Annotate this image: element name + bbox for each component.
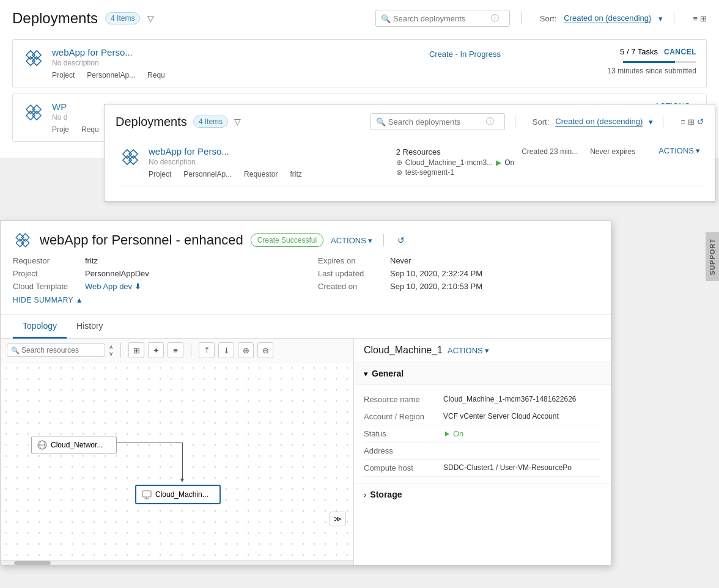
- mid-deployment-row: webApp for Perso... No description Proje…: [116, 139, 704, 186]
- mid-filter-icon[interactable]: ▽: [234, 117, 241, 127]
- mid-expires-text: Never expires: [590, 147, 651, 156]
- machine-node-icon: [141, 489, 152, 500]
- bg-search-container[interactable]: 🔍 ⓘ: [375, 10, 510, 27]
- sort-up-icon[interactable]: ∧: [109, 344, 113, 350]
- mid-sort-value[interactable]: Created on (descending): [555, 117, 643, 127]
- card1-cancel-button[interactable]: CANCEL: [664, 48, 696, 56]
- list-layout-button[interactable]: ≡: [168, 342, 183, 358]
- mid-refresh-icon[interactable]: ↺: [697, 117, 704, 127]
- account-value: VCF vCenter Server Cloud Account: [443, 412, 601, 421]
- mid-sort-chevron-icon[interactable]: ▾: [649, 117, 653, 127]
- svg-rect-0: [26, 51, 35, 59]
- mid-search-input[interactable]: [388, 117, 486, 127]
- topology-search-icon: 🔍: [11, 347, 20, 355]
- mid-project-value: PersonnelAp...: [183, 170, 232, 178]
- mid-search-icon: 🔍: [376, 117, 386, 127]
- support-tab[interactable]: SUPPORT: [706, 232, 719, 281]
- sort-down-icon[interactable]: ∨: [109, 351, 113, 357]
- svg-rect-5: [32, 105, 41, 114]
- detail-refresh-button[interactable]: ↺: [397, 235, 405, 245]
- right-actions-chevron: ▾: [485, 346, 489, 355]
- requestor-label: Requestor: [13, 256, 80, 265]
- mid-card-icon: [119, 146, 141, 168]
- topology-search-container[interactable]: 🔍: [7, 344, 105, 357]
- storage-section-header[interactable]: › Storage: [364, 490, 601, 499]
- mid-expires: Never expires: [590, 146, 651, 156]
- prop-resource-name: Resource name Cloud_Machine_1-mcm367-148…: [364, 391, 601, 408]
- mid-card-meta: Project PersonnelAp... Requestor fritz: [149, 170, 389, 178]
- svg-rect-4: [26, 105, 35, 114]
- topology-canvas: Cloud_Networ... ▼ Cloud_Machin...: [1, 362, 353, 560]
- svg-rect-9: [129, 150, 138, 158]
- card1-name[interactable]: webApp for Perso...: [52, 47, 322, 57]
- grid-view-icon[interactable]: ⊞: [700, 14, 707, 23]
- mid-search-container[interactable]: 🔍 ⓘ: [371, 113, 505, 130]
- bg-deployment-card-1: webApp for Perso... No description Proje…: [12, 39, 707, 87]
- svg-rect-1: [32, 51, 41, 59]
- machine-node[interactable]: Cloud_Machin...: [135, 485, 221, 504]
- compute-label: Compute host: [364, 463, 443, 472]
- card1-progress-bar: [623, 61, 696, 63]
- tab-history[interactable]: History: [67, 315, 113, 339]
- grid-layout-button[interactable]: ⊞: [128, 342, 144, 358]
- download-button[interactable]: ⤓: [218, 342, 234, 358]
- card1-icon: [23, 47, 45, 69]
- detail-divider: [383, 234, 384, 246]
- template-link[interactable]: Web App dev ⬇: [85, 282, 141, 291]
- meta-created: Created on Sep 10, 2020, 2:10:53 PM: [318, 282, 599, 291]
- zoom-in-button[interactable]: ⊕: [238, 342, 254, 358]
- card1-meta: Project PersonnelAp... Requ: [52, 71, 322, 79]
- general-section-header[interactable]: ▾ General: [354, 362, 611, 385]
- tab-topology[interactable]: Topology: [13, 315, 67, 339]
- zoom-out-button[interactable]: ⊖: [257, 342, 273, 358]
- detail-icon: [13, 230, 32, 250]
- filter-icon[interactable]: ▽: [147, 13, 154, 23]
- address-label: Address: [364, 446, 443, 455]
- detail-title-row: webApp for Personnel - enhanced Create S…: [13, 230, 599, 250]
- bg-search-input[interactable]: [393, 14, 491, 23]
- scroll-area[interactable]: [1, 560, 353, 565]
- detail-panel: webApp for Personnel - enhanced Create S…: [0, 220, 611, 565]
- topology-search-input[interactable]: [21, 346, 101, 355]
- svg-rect-12: [16, 233, 24, 241]
- support-label: SUPPORT: [709, 238, 716, 275]
- mid-info-icon[interactable]: ⓘ: [486, 116, 494, 127]
- svg-rect-6: [26, 111, 35, 120]
- network-node-label: Cloud_Networ...: [51, 441, 103, 449]
- mid-card-name[interactable]: webApp for Perso...: [149, 146, 389, 156]
- upload-button[interactable]: ⤒: [199, 342, 215, 358]
- network-node[interactable]: Cloud_Networ...: [31, 436, 117, 454]
- right-panel-title: Cloud_Machine_1: [364, 345, 443, 356]
- detail-meta-grid: Requestor fritz Expires on Never Project…: [13, 256, 599, 291]
- scroll-thumb[interactable]: [14, 561, 51, 565]
- card2-requestor-label: Requ: [81, 125, 99, 134]
- info-icon[interactable]: ⓘ: [491, 13, 499, 24]
- hide-summary-button[interactable]: HIDE SUMMARY ▲: [13, 296, 83, 304]
- storage-section-title: Storage: [370, 490, 402, 499]
- mid-card-content: webApp for Perso... No description Proje…: [149, 146, 389, 178]
- create-success-badge: Create Successful: [251, 233, 323, 247]
- mid-list-view-icon[interactable]: ≡: [680, 117, 685, 127]
- panel-collapse-button[interactable]: ≫: [330, 512, 346, 526]
- machine-node-label: Cloud_Machin...: [155, 490, 208, 499]
- mid-actions-button[interactable]: ACTIONS ▾: [658, 146, 700, 155]
- prop-status: Status On: [364, 425, 601, 443]
- card1-progress-fill: [623, 61, 675, 63]
- detail-tabs: Topology History: [1, 315, 611, 339]
- list-view-icon[interactable]: ≡: [693, 14, 698, 23]
- right-panel-actions-button[interactable]: ACTIONS ▾: [448, 346, 489, 355]
- detail-actions-button[interactable]: ACTIONS ▾: [331, 236, 372, 245]
- card1-project-value: PersonnelAp...: [87, 71, 135, 79]
- v-connector: [182, 443, 183, 479]
- compute-value: SDDC-Cluster1 / User-VM-ResourcePo: [443, 463, 601, 472]
- meta-project: Project PersonnelAppDev: [13, 269, 293, 278]
- topology-layout-button[interactable]: ✦: [148, 342, 164, 358]
- card1-requestor-label: Requ: [147, 71, 165, 79]
- sort-value[interactable]: Created on (descending): [564, 13, 651, 23]
- sort-chevron-icon[interactable]: ▾: [658, 14, 663, 23]
- svg-marker-22: [445, 432, 449, 436]
- view-icons: ≡ ⊞: [693, 14, 707, 23]
- mid-grid-view-icon[interactable]: ⊞: [688, 117, 695, 127]
- topology-area: 🔍 ∧ ∨ ⊞ ✦ ≡ ⤒ ⤓ ⊕ ⊖: [1, 339, 611, 565]
- detail-header: webApp for Personnel - enhanced Create S…: [1, 221, 611, 315]
